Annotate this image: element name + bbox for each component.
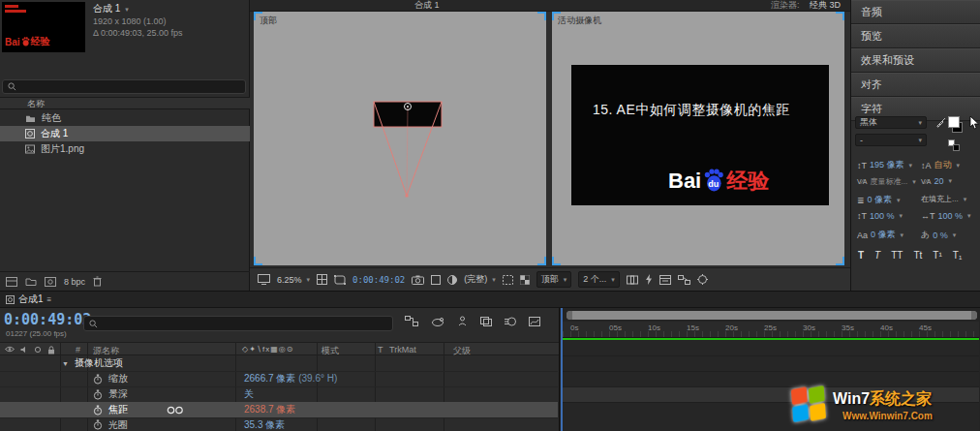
navigator-start-handle[interactable] (567, 311, 572, 320)
composition-mini-flowchart-icon[interactable] (405, 316, 418, 326)
timeline-search-input[interactable] (83, 316, 393, 331)
navigator-end-handle[interactable] (971, 311, 977, 320)
graph-editor-icon[interactable] (529, 317, 540, 326)
project-column-name[interactable]: 名称 (27, 99, 45, 108)
project-item-image[interactable]: 图片1.png (0, 141, 250, 157)
current-time-display[interactable]: 0:00:49:02 (4, 311, 91, 328)
region-of-interest-icon[interactable] (503, 275, 513, 285)
property-row-focal-distance-selected[interactable]: 焦距 2638.7 像素 (0, 402, 558, 418)
faux-italic-button[interactable]: T (872, 250, 883, 261)
tsume-control[interactable]: あ 0 %▾ (921, 229, 956, 241)
show-snapshot-icon[interactable] (431, 275, 441, 285)
composition-flowchart-icon[interactable] (678, 275, 690, 285)
time-ruler[interactable]: 0s 05s 10s 15s 20s 25s 30s 35s 40s 45s (563, 322, 979, 338)
font-style-dropdown[interactable]: -▾ (855, 134, 927, 146)
font-size-control[interactable]: ↕T 195 像素▾ (857, 159, 912, 171)
folder-icon (25, 114, 36, 123)
new-folder-icon[interactable] (25, 277, 37, 287)
horizontal-scale-control[interactable]: ↔T 100 %▾ (921, 211, 971, 221)
frame-blending-icon[interactable] (480, 317, 492, 326)
grid-and-guides-icon[interactable] (317, 274, 327, 285)
mask-visibility-icon[interactable] (334, 275, 346, 285)
view-top-canvas[interactable]: 顶部 (254, 12, 546, 265)
small-caps-button[interactable]: Tt (910, 250, 925, 261)
ruler-label: 0s (570, 323, 578, 332)
property-value[interactable]: 35.3 像素 (244, 418, 285, 431)
fill-color-swatch[interactable] (948, 116, 960, 128)
hide-shy-layers-icon[interactable] (457, 316, 468, 326)
magnification-dropdown[interactable]: 6.25%▾ (277, 275, 310, 285)
kerning-control[interactable]: V∕A 度量标准...▾ (857, 176, 916, 187)
view-active-camera-canvas[interactable]: 活动摄像机 15. AE中如何调整摄像机的焦距 Bai du (552, 12, 844, 265)
snapshot-camera-icon[interactable] (412, 275, 424, 285)
viewer-timecode[interactable]: 0:00:49:02 (352, 275, 405, 285)
trash-icon[interactable] (93, 276, 102, 287)
stopwatch-icon[interactable] (93, 405, 103, 416)
twirl-down-icon[interactable]: ▼ (62, 360, 69, 367)
camera-options-group-row[interactable]: ▼ 摄像机选项 (0, 355, 558, 372)
project-comp-name[interactable]: 合成 1 (93, 3, 120, 14)
stopwatch-icon[interactable] (93, 374, 103, 385)
baidu-jingyan-logo: Bai du 经验 (668, 168, 769, 193)
motion-blur-icon[interactable] (505, 317, 516, 326)
stroke-type-dropdown[interactable]: 在填充上...▾ (921, 194, 966, 204)
property-value-editing[interactable]: 2638.7 像素 (244, 403, 295, 416)
time-navigator-bar[interactable] (567, 311, 977, 320)
interpret-footage-icon[interactable] (6, 277, 17, 287)
view-layout-dropdown[interactable]: 2 个...▾ (578, 271, 620, 288)
resolution-dropdown[interactable]: (完整)▾ (464, 273, 496, 286)
property-row-zoom[interactable]: 缩放 2666.7 像素 (39.6° H) (0, 371, 558, 387)
project-search-input[interactable] (2, 79, 246, 94)
3d-view-dropdown[interactable]: 顶部▾ (536, 271, 572, 288)
lock-column-icon[interactable] (47, 346, 55, 354)
stopwatch-icon[interactable] (93, 419, 103, 430)
column-trkmat[interactable]: TrkMat (389, 345, 416, 354)
comp-resolution: 1920 x 1080 (1.00) (93, 15, 183, 27)
eyedropper-icon[interactable] (936, 117, 946, 128)
project-item-solids-folder[interactable]: 纯色 (0, 110, 250, 126)
tracking-control[interactable]: V∕A 20▾ (921, 176, 952, 186)
timeline-button-icon[interactable] (659, 275, 671, 285)
stroke-width-control[interactable]: ≣ 0 像素▾ (857, 194, 901, 206)
project-item-label: 合成 1 (41, 127, 68, 140)
transparency-grid-icon[interactable] (520, 275, 530, 285)
vertical-scale-control[interactable]: ↕T 100 %▾ (857, 211, 903, 221)
panel-header-preview[interactable]: 预览 (851, 24, 980, 48)
project-bit-depth[interactable]: 8 bpc (64, 277, 85, 287)
all-caps-button[interactable]: TT (888, 250, 905, 261)
timeline-tab-comp1[interactable]: 合成1 (18, 292, 44, 306)
superscript-button[interactable]: T¹ (930, 250, 944, 261)
audio-column-icon[interactable] (20, 346, 28, 354)
ruler-label: 05s (609, 323, 622, 332)
default-fill-stroke-swatch[interactable] (953, 144, 960, 151)
video-eye-column-icon[interactable] (5, 346, 15, 353)
faux-bold-button[interactable]: T (855, 250, 867, 261)
stopwatch-icon[interactable] (93, 389, 103, 400)
project-item-comp1[interactable]: 合成 1 (0, 126, 250, 141)
property-row-aperture[interactable]: 光圈 35.3 像素 (0, 417, 558, 431)
show-channels-icon[interactable] (447, 275, 457, 285)
pixel-aspect-correction-icon[interactable] (627, 275, 638, 285)
reset-exposure-icon[interactable] (697, 274, 708, 285)
always-preview-monitor-icon[interactable] (258, 274, 270, 285)
subscript-button[interactable]: T₁ (950, 250, 965, 261)
column-number[interactable]: # (76, 345, 80, 354)
baseline-shift-control[interactable]: Aa 0 像素▾ (857, 229, 903, 241)
chevron-down-icon[interactable]: ▾ (125, 6, 129, 13)
new-composition-icon[interactable] (45, 277, 56, 287)
solo-column-icon[interactable] (34, 346, 42, 354)
panel-header-audio[interactable]: 音频 (851, 0, 980, 24)
property-value[interactable]: 关 (244, 387, 254, 401)
draft-3d-icon[interactable] (431, 317, 444, 326)
panel-header-effects-presets[interactable]: 效果和预设 (851, 48, 980, 73)
property-value[interactable]: 2666.7 像素 (39.6° H) (244, 372, 337, 385)
panel-header-align[interactable]: 对齐 (851, 73, 980, 97)
fast-previews-icon[interactable] (645, 274, 653, 285)
panel-menu-icon[interactable]: ≡ (47, 295, 52, 304)
renderer-value-button[interactable]: 经典 3D (810, 0, 841, 11)
column-t[interactable]: T (378, 345, 383, 354)
leading-control[interactable]: ↕A 自动▾ (921, 159, 960, 171)
viewer-tab-comp1[interactable]: 合成 1 (414, 0, 440, 11)
property-row-depth-of-field[interactable]: 景深 关 (0, 386, 558, 403)
font-family-dropdown[interactable]: 黑体▾ (855, 116, 927, 129)
